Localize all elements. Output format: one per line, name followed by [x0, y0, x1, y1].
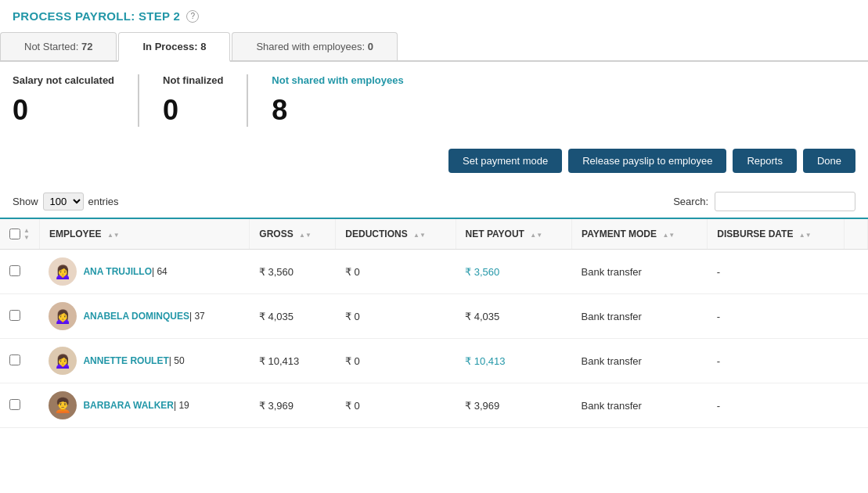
actions-row: Set payment mode Release payslip to empl… — [0, 142, 868, 185]
row-actions-cell — [844, 294, 867, 339]
table-row: 🙍‍♀️ ANNETTE ROULET| 50 ₹ 10,413₹ 0₹ 10,… — [0, 339, 868, 383]
employee-name[interactable]: ANNETTE ROULET| 50 — [83, 355, 184, 366]
payment-mode-cell: Bank transfer — [572, 383, 708, 428]
net-payout-cell[interactable]: ₹ 3,560 — [456, 250, 571, 294]
stat-label-finalized: Not finalized — [163, 74, 223, 86]
th-employee: EMPLOYEE ▲▼ — [39, 218, 249, 250]
set-payment-mode-button[interactable]: Set payment mode — [448, 149, 562, 173]
stat-not-finalized: Not finalized 0 — [163, 74, 248, 127]
done-button[interactable]: Done — [803, 149, 855, 173]
th-net-payout: NET PAYOUT ▲▼ — [456, 218, 571, 250]
row-checkbox-2[interactable] — [9, 354, 20, 365]
entries-label: entries — [88, 196, 119, 207]
stat-value-finalized: 0 — [163, 94, 223, 127]
search-input[interactable] — [715, 192, 855, 211]
avatar: 🙍‍♀️ — [49, 302, 77, 330]
table-row: 🧑‍🦱 BARBARA WALKER| 19 ₹ 3,969₹ 0₹ 3,969… — [0, 383, 868, 428]
payment-mode-cell: Bank transfer — [572, 250, 708, 294]
row-checkbox-3[interactable] — [9, 399, 20, 410]
stat-value-salary: 0 — [13, 94, 114, 127]
employee-id: | 50 — [169, 355, 185, 366]
disburse-date-cell: - — [708, 294, 845, 339]
release-payslip-button[interactable]: Release payslip to employee — [568, 149, 726, 173]
gross-cell: ₹ 10,413 — [250, 339, 336, 383]
payment-mode-cell: Bank transfer — [572, 294, 708, 339]
avatar: 🙍‍♀️ — [49, 347, 77, 375]
gross-cell: ₹ 3,969 — [250, 383, 336, 428]
search-box: Search: — [673, 192, 855, 211]
net-payout-cell[interactable]: ₹ 10,413 — [456, 339, 571, 383]
row-actions-cell — [844, 383, 867, 428]
deductions-cell: ₹ 0 — [336, 383, 456, 428]
stat-salary-not-calculated: Salary not calculated 0 — [13, 74, 139, 127]
tab-in-process[interactable]: In Process: 8 — [118, 32, 230, 62]
stat-value-not-shared: 8 — [272, 94, 403, 127]
employee-name[interactable]: BARBARA WALKER| 19 — [83, 400, 189, 411]
row-checkbox-1[interactable] — [9, 310, 20, 321]
employee-name[interactable]: ANA TRUJILLO| 64 — [83, 266, 167, 277]
gross-cell: ₹ 4,035 — [250, 294, 336, 339]
employee-id: | 19 — [174, 400, 189, 411]
employee-cell: 🧑‍🦱 BARBARA WALKER| 19 — [49, 391, 240, 419]
tabs-container: Not Started: 72 In Process: 8 Shared wit… — [0, 32, 868, 62]
tab-shared[interactable]: Shared with employees: 0 — [232, 32, 398, 60]
employee-cell: 🙍‍♀️ ANA TRUJILLO| 64 — [49, 257, 240, 286]
avatar: 🧑‍🦱 — [49, 391, 77, 419]
employee-id: | 64 — [152, 266, 167, 277]
deductions-cell: ₹ 0 — [336, 294, 456, 339]
th-check: ▲▼ — [0, 218, 39, 250]
employee-cell: 🙍‍♀️ ANNETTE ROULET| 50 — [49, 347, 240, 375]
row-actions-cell — [844, 339, 867, 383]
gross-cell: ₹ 3,560 — [250, 250, 336, 294]
employee-id: | 37 — [189, 311, 205, 322]
table-row: 🙍‍♀️ ANABELA DOMINQUES| 37 ₹ 4,035₹ 0₹ 4… — [0, 294, 868, 339]
net-payout-cell: ₹ 3,969 — [456, 383, 571, 428]
disburse-date-cell: - — [708, 250, 845, 294]
stat-not-shared: Not shared with employees 8 — [272, 74, 427, 127]
th-deductions: DEDUCTIONS ▲▼ — [336, 218, 456, 250]
payment-mode-cell: Bank transfer — [572, 339, 708, 383]
th-gross: GROSS ▲▼ — [250, 218, 336, 250]
th-actions — [844, 218, 867, 250]
reports-button[interactable]: Reports — [733, 149, 797, 173]
show-entries: Show 100 10 25 50 entries — [13, 193, 119, 211]
th-disburse-date: DISBURSE DATE ▲▼ — [708, 218, 845, 250]
page-header: PROCESS PAYROLL: STEP 2 ? — [0, 0, 868, 32]
stat-label-not-shared[interactable]: Not shared with employees — [272, 74, 403, 86]
th-payment-mode: PAYMENT MODE ▲▼ — [572, 218, 708, 250]
row-actions-cell — [844, 250, 867, 294]
net-pay-link[interactable]: ₹ 10,413 — [465, 355, 505, 367]
help-icon[interactable]: ? — [186, 10, 199, 23]
table-controls: Show 100 10 25 50 entries Search: — [0, 185, 868, 218]
page-title: PROCESS PAYROLL: STEP 2 — [13, 9, 180, 23]
employee-name[interactable]: ANABELA DOMINQUES| 37 — [83, 311, 204, 322]
table-row: 🙍‍♀️ ANA TRUJILLO| 64 ₹ 3,560₹ 0₹ 3,560B… — [0, 250, 868, 294]
disburse-date-cell: - — [708, 383, 845, 428]
entries-select[interactable]: 100 10 25 50 — [43, 193, 84, 211]
net-payout-cell: ₹ 4,035 — [456, 294, 571, 339]
stat-label-salary: Salary not calculated — [13, 74, 114, 86]
show-label: Show — [13, 196, 38, 207]
tab-not-started[interactable]: Not Started: 72 — [0, 32, 117, 60]
disburse-date-cell: - — [708, 339, 845, 383]
deductions-cell: ₹ 0 — [336, 339, 456, 383]
row-checkbox-0[interactable] — [9, 265, 20, 276]
employee-cell: 🙍‍♀️ ANABELA DOMINQUES| 37 — [49, 302, 240, 330]
stats-row: Salary not calculated 0 Not finalized 0 … — [0, 62, 868, 142]
net-pay-link[interactable]: ₹ 3,560 — [465, 266, 499, 278]
search-label: Search: — [673, 196, 708, 207]
data-table: ▲▼ EMPLOYEE ▲▼ GROSS ▲▼ DEDUCTIONS ▲▼ NE… — [0, 218, 868, 428]
avatar: 🙍‍♀️ — [49, 257, 77, 286]
select-all-checkbox[interactable] — [9, 229, 20, 239]
deductions-cell: ₹ 0 — [336, 250, 456, 294]
